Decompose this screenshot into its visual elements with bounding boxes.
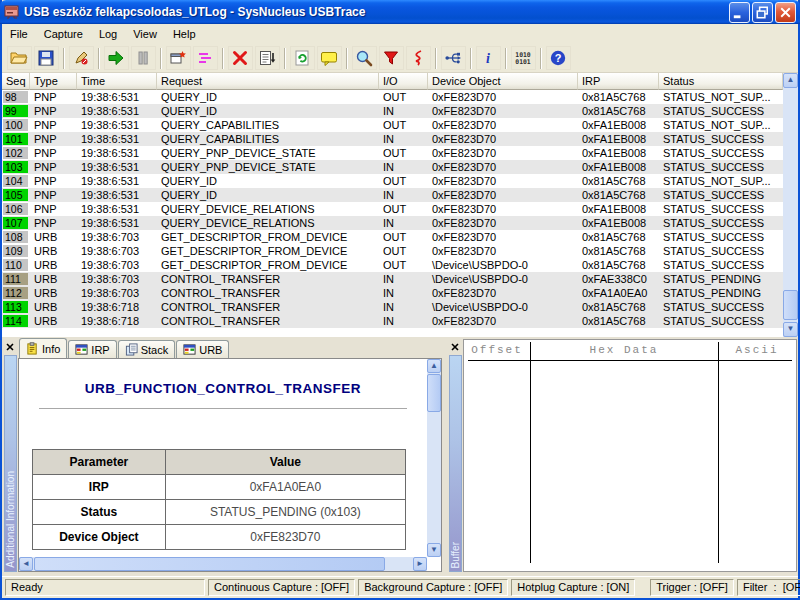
clipboard-icon [26,342,42,355]
scroll-thumb[interactable] [34,557,385,571]
column-header-status[interactable]: Status [659,73,783,90]
svg-text:0101: 0101 [515,58,531,66]
toolbar-separator [98,48,100,69]
column-header-device-object[interactable]: Device Object [428,73,578,90]
additional-info-panel: InfoIRPStackURB Additional Information U… [2,337,443,574]
autoscroll-button[interactable] [255,46,280,70]
list-vertical-scrollbar[interactable]: ▲ ▼ [783,73,798,337]
column-header-time[interactable]: Time [77,73,157,90]
seq-cell: 101 [2,132,30,146]
scroll-up-button[interactable]: ▲ [427,359,441,373]
column-header-i-o[interactable]: I/O [379,73,428,90]
time-cell: 19:38:6:703 [77,272,157,286]
menu-item-capture[interactable]: Capture [36,26,91,42]
close-button[interactable] [775,2,796,23]
column-header-type[interactable]: Type [30,73,77,90]
request-cell: QUERY_DEVICE_RELATIONS [157,216,379,230]
tab-info[interactable]: Info [19,338,67,358]
status-panel: Trigger : [OFF] [650,579,734,596]
column-header-irp[interactable]: IRP [578,73,659,90]
open-log-button[interactable] [7,46,32,70]
table-row[interactable]: 103PNP19:38:6:531QUERY_PNP_DEVICE_STATEI… [2,160,783,174]
scroll-thumb[interactable] [783,290,798,320]
table-row[interactable]: 98PNP19:38:6:531QUERY_IDOUT0xFE823D700x8… [2,90,783,104]
irp-cell: 0x81A5C768 [578,174,659,188]
find-button[interactable] [352,46,377,70]
menu-item-log[interactable]: Log [91,26,125,42]
seq-badge: 109 [3,245,28,257]
table-row[interactable]: 113URB19:38:6:718CONTROL_TRANSFERIN\Devi… [2,300,783,314]
menu-item-view[interactable]: View [125,26,165,42]
save-log-button[interactable] [34,46,59,70]
type-cell: PNP [30,174,77,188]
pause-capture-button[interactable] [131,46,156,70]
menu-item-help[interactable]: Help [165,26,204,42]
time-cell: 19:38:6:531 [77,188,157,202]
table-row[interactable]: 104PNP19:38:6:531QUERY_IDOUT0xFE823D700x… [2,174,783,188]
scroll-down-button[interactable]: ▼ [783,322,798,337]
close-icon [776,3,795,22]
table-row[interactable]: 107PNP19:38:6:531QUERY_DEVICE_RELATIONSI… [2,216,783,230]
table-row[interactable]: 114URB19:38:6:718CONTROL_TRANSFERIN0xFE8… [2,314,783,328]
highlight-filter-button[interactable] [193,46,218,70]
menu-item-file[interactable]: File [2,26,36,42]
scroll-down-button[interactable]: ▼ [427,543,441,557]
red-x-icon [231,49,250,67]
filter-button[interactable] [379,46,404,70]
column-header-seq[interactable]: Seq [2,73,30,90]
start-capture-button[interactable] [104,46,129,70]
time-cell: 19:38:6:703 [77,230,157,244]
hex-column-offset: Offset [464,344,530,356]
clear-log-button[interactable] [228,46,253,70]
close-info-panel-icon[interactable] [5,341,16,352]
info-vertical-scrollbar[interactable]: ▲ ▼ [427,359,441,557]
scroll-thumb[interactable] [427,374,441,412]
tab-urb[interactable]: URB [176,340,229,358]
capture-device-button[interactable] [69,46,94,70]
type-cell: PNP [30,104,77,118]
table-row[interactable]: 101PNP19:38:6:531QUERY_CAPABILITIESIN0xF… [2,132,783,146]
io-cell: IN [379,272,428,286]
scroll-right-button[interactable]: ► [413,557,427,571]
table-row[interactable]: 105PNP19:38:6:531QUERY_IDIN0xFE823D700x8… [2,188,783,202]
device-info-button[interactable]: i [476,46,501,70]
table-row[interactable]: 102PNP19:38:6:531QUERY_PNP_DEVICE_STATEO… [2,146,783,160]
table-row[interactable]: 100PNP19:38:6:531QUERY_CAPABILITIESOUT0x… [2,118,783,132]
binary-view-button[interactable]: 10100101 [511,46,536,70]
device-object-cell: 0xFE823D70 [428,132,578,146]
restore-button[interactable] [752,2,773,23]
comment-button[interactable] [317,46,342,70]
param-row: StatusSTATUS_PENDING (0x103) [33,500,406,525]
tab-irp[interactable]: IRP [68,340,116,358]
column-header-request[interactable]: Request [157,73,379,90]
irp-cell: 0x81A5C768 [578,314,659,328]
hex-view: OffsetHex DataAscii [463,339,797,572]
table-row[interactable]: 99PNP19:38:6:531QUERY_IDIN0xFE823D700x81… [2,104,783,118]
refresh-button[interactable] [290,46,315,70]
seq-cell: 105 [2,188,30,202]
status-cell: STATUS_NOT_SUP... [659,90,783,104]
window-star-icon [169,49,188,67]
trigger-button[interactable] [406,46,431,70]
time-cell: 19:38:6:531 [77,132,157,146]
usb-tree-button[interactable] [441,46,466,70]
close-buffer-panel-icon[interactable] [450,341,461,352]
table-row[interactable]: 109URB19:38:6:703GET_DESCRIPTOR_FROM_DEV… [2,244,783,258]
table-row[interactable]: 106PNP19:38:6:531QUERY_DEVICE_RELATIONSO… [2,202,783,216]
info-horizontal-scrollbar[interactable]: ◄ ► [19,557,427,571]
request-cell: QUERY_PNP_DEVICE_STATE [157,146,379,160]
help-button[interactable]: ? [546,46,571,70]
help-question-icon: ? [549,49,568,67]
capture-snapshot-button[interactable] [166,46,191,70]
scroll-up-button[interactable]: ▲ [783,73,798,88]
table-row[interactable]: 112URB19:38:6:703CONTROL_TRANSFERIN0xFE8… [2,286,783,300]
tab-stack[interactable]: Stack [118,340,176,358]
scroll-left-button[interactable]: ◄ [19,557,33,571]
table-row[interactable]: 108URB19:38:6:703GET_DESCRIPTOR_FROM_DEV… [2,230,783,244]
table-row[interactable]: 111URB19:38:6:703CONTROL_TRANSFERIN\Devi… [2,272,783,286]
seq-badge: 100 [3,119,28,131]
toolbar-separator [63,48,65,69]
table-row[interactable]: 110URB19:38:6:703GET_DESCRIPTOR_FROM_DEV… [2,258,783,272]
minimize-button[interactable] [729,2,750,23]
device-object-cell: 0xFE823D70 [428,202,578,216]
